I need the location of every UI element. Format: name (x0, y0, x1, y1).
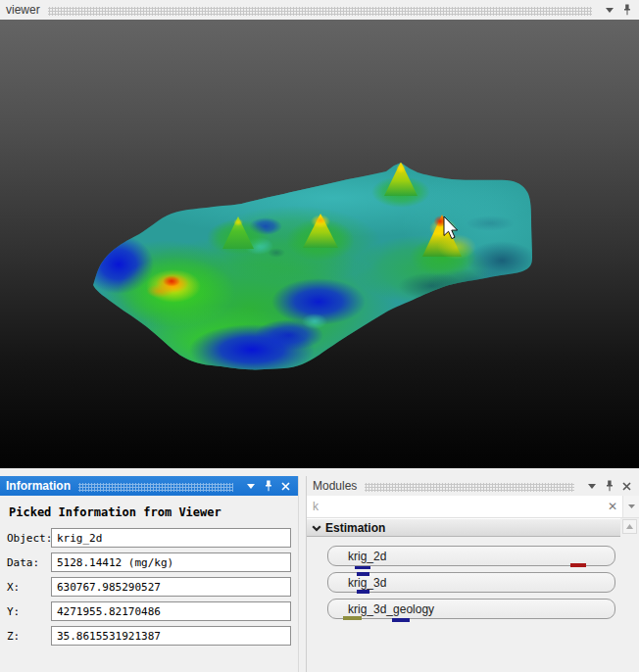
arrow-up-icon (626, 524, 633, 529)
kriging-surface-render (0, 20, 639, 468)
modules-panel: Modules ✕ Estimation krig_2d (306, 476, 639, 672)
information-panel: Information Picked Information from View… (0, 476, 299, 672)
search-clear-icon[interactable]: ✕ (603, 496, 622, 517)
modules-search-row: ✕ (307, 496, 639, 518)
modules-menu-arrow-icon[interactable] (584, 478, 599, 494)
information-panel-titlebar[interactable]: Information (0, 476, 298, 496)
information-close-icon[interactable] (278, 478, 293, 494)
viewer-panel-title: viewer (6, 3, 40, 17)
krig-2d-navy-mark-1 (355, 566, 370, 569)
modules-search-input[interactable] (307, 500, 603, 513)
dock-divider (0, 468, 639, 476)
x-field-row: X: (3, 577, 291, 597)
scrollbar-up-button[interactable] (622, 519, 637, 534)
titlebar-texture (78, 483, 233, 492)
modules-list-area: Estimation krig_2d krig_3d krig_3d_geolo… (307, 518, 639, 672)
module-item-krig-3d[interactable]: krig_3d (327, 572, 615, 593)
z-label: Z: (3, 630, 51, 643)
data-field-row: Data: (3, 552, 291, 572)
object-label: Object: (3, 532, 51, 545)
viewer-pin-icon[interactable] (619, 2, 634, 18)
x-field[interactable] (51, 577, 291, 597)
viewer-menu-arrow-icon[interactable] (602, 2, 616, 18)
picked-information-heading: Picked Information from Viewer (9, 505, 298, 519)
module-item-label: krig_2d (348, 550, 386, 563)
search-dropdown-arrow-icon[interactable] (622, 496, 639, 517)
z-field[interactable] (51, 626, 291, 646)
viewer-panel-titlebar: viewer (0, 0, 639, 20)
information-pin-icon[interactable] (261, 478, 275, 494)
y-field-row: Y: (3, 601, 291, 621)
titlebar-texture (365, 483, 574, 492)
krig-2d-navy-mark-2 (357, 572, 369, 576)
object-field[interactable] (51, 528, 291, 548)
modules-pin-icon[interactable] (602, 478, 616, 494)
krig-3d-geology-navy-mark (392, 618, 410, 622)
krig-2d-red-mark (570, 563, 586, 567)
object-field-row: Object: (3, 528, 291, 548)
information-panel-title: Information (6, 479, 71, 493)
krig-3d-navy-mark (357, 590, 369, 594)
krig-3d-geology-olive-mark (343, 616, 362, 620)
module-item-krig-3d-geology[interactable]: krig_3d_geology (327, 599, 615, 619)
modules-panel-title: Modules (313, 479, 357, 493)
information-menu-arrow-icon[interactable] (243, 478, 258, 494)
y-field[interactable] (51, 601, 291, 621)
estimation-section-label: Estimation (325, 521, 385, 535)
module-item-label: krig_3d_geology (348, 602, 434, 616)
modules-close-icon[interactable] (619, 478, 634, 494)
estimation-section-header[interactable]: Estimation (307, 518, 620, 537)
titlebar-texture (48, 7, 592, 16)
viewer-3d-viewport[interactable] (0, 20, 639, 468)
z-field-row: Z: (3, 626, 291, 646)
chevron-down-icon (312, 525, 321, 532)
modules-panel-titlebar[interactable]: Modules (307, 476, 639, 496)
y-label: Y: (3, 605, 51, 618)
x-label: X: (3, 581, 51, 594)
module-item-label: krig_3d (348, 576, 386, 590)
kriged-surface (49, 147, 578, 382)
data-field[interactable] (51, 552, 291, 572)
data-label: Data: (3, 556, 51, 569)
